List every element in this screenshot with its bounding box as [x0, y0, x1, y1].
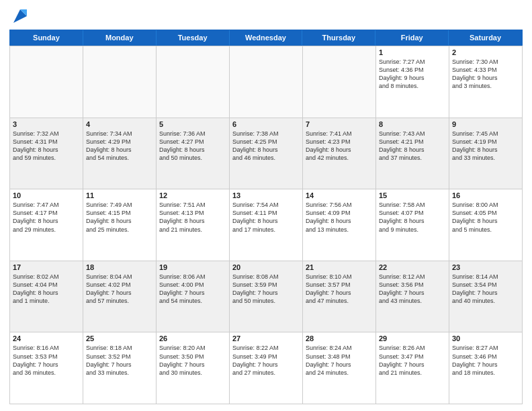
day-info: Sunrise: 8:27 AMSunset: 3:46 PMDaylight:… — [452, 344, 519, 377]
day-number: 16 — [452, 191, 519, 199]
day-number: 29 — [379, 334, 446, 342]
day-number: 21 — [306, 263, 373, 271]
day-info: Sunrise: 7:51 AMSunset: 4:13 PMDaylight:… — [159, 201, 226, 234]
day-info: Sunrise: 8:06 AMSunset: 4:00 PMDaylight:… — [159, 273, 226, 306]
day-info: Sunrise: 7:43 AMSunset: 4:21 PMDaylight:… — [379, 130, 446, 163]
day-number: 14 — [306, 191, 373, 199]
day-number: 10 — [13, 191, 80, 199]
day-cell-10: 10Sunrise: 7:47 AMSunset: 4:17 PMDayligh… — [10, 189, 83, 261]
day-number: 17 — [13, 263, 80, 271]
day-cell-11: 11Sunrise: 7:49 AMSunset: 4:15 PMDayligh… — [83, 189, 157, 261]
day-cell-5: 5Sunrise: 7:36 AMSunset: 4:27 PMDaylight… — [157, 118, 230, 189]
day-number: 5 — [159, 120, 226, 128]
day-number: 12 — [159, 191, 226, 199]
page: SundayMondayTuesdayWednesdayThursdayFrid… — [0, 0, 532, 411]
day-cell-22: 22Sunrise: 8:12 AMSunset: 3:56 PMDayligh… — [376, 261, 449, 332]
day-info: Sunrise: 7:58 AMSunset: 4:07 PMDaylight:… — [379, 201, 446, 234]
day-info: Sunrise: 8:10 AMSunset: 3:57 PMDaylight:… — [306, 273, 373, 306]
day-cell-24: 24Sunrise: 8:16 AMSunset: 3:53 PMDayligh… — [10, 332, 83, 404]
day-info: Sunrise: 8:14 AMSunset: 3:54 PMDaylight:… — [452, 273, 519, 306]
empty-cell — [303, 46, 376, 118]
day-info: Sunrise: 8:00 AMSunset: 4:05 PMDaylight:… — [452, 201, 519, 234]
day-cell-7: 7Sunrise: 7:41 AMSunset: 4:23 PMDaylight… — [303, 118, 376, 189]
day-cell-17: 17Sunrise: 8:02 AMSunset: 4:04 PMDayligh… — [10, 261, 83, 332]
day-number: 2 — [452, 48, 519, 56]
day-number: 18 — [86, 263, 153, 271]
day-info: Sunrise: 7:30 AMSunset: 4:33 PMDaylight:… — [452, 58, 519, 91]
day-cell-3: 3Sunrise: 7:32 AMSunset: 4:31 PMDaylight… — [10, 118, 83, 189]
day-info: Sunrise: 8:20 AMSunset: 3:50 PMDaylight:… — [159, 344, 226, 377]
day-number: 15 — [379, 191, 446, 199]
day-cell-23: 23Sunrise: 8:14 AMSunset: 3:54 PMDayligh… — [449, 261, 523, 332]
day-number: 7 — [306, 120, 373, 128]
day-info: Sunrise: 8:26 AMSunset: 3:47 PMDaylight:… — [379, 344, 446, 377]
day-number: 23 — [452, 263, 519, 271]
day-info: Sunrise: 7:56 AMSunset: 4:09 PMDaylight:… — [306, 201, 373, 234]
calendar-header: SundayMondayTuesdayWednesdayThursdayFrid… — [9, 30, 523, 46]
empty-cell — [83, 46, 157, 118]
day-number: 30 — [452, 334, 519, 342]
calendar: SundayMondayTuesdayWednesdayThursdayFrid… — [9, 30, 523, 404]
day-number: 4 — [86, 120, 153, 128]
day-number: 6 — [232, 120, 300, 128]
header-day-tuesday: Tuesday — [157, 30, 230, 45]
day-cell-16: 16Sunrise: 8:00 AMSunset: 4:05 PMDayligh… — [449, 189, 523, 261]
day-info: Sunrise: 7:47 AMSunset: 4:17 PMDaylight:… — [13, 201, 80, 234]
day-number: 3 — [13, 120, 80, 128]
day-cell-12: 12Sunrise: 7:51 AMSunset: 4:13 PMDayligh… — [157, 189, 230, 261]
day-info: Sunrise: 7:54 AMSunset: 4:11 PMDaylight:… — [232, 201, 300, 234]
day-cell-26: 26Sunrise: 8:20 AMSunset: 3:50 PMDayligh… — [157, 332, 230, 404]
day-cell-13: 13Sunrise: 7:54 AMSunset: 4:11 PMDayligh… — [230, 189, 303, 261]
day-number: 28 — [306, 334, 373, 342]
day-cell-29: 29Sunrise: 8:26 AMSunset: 3:47 PMDayligh… — [376, 332, 449, 404]
day-info: Sunrise: 8:04 AMSunset: 4:02 PMDaylight:… — [86, 273, 153, 306]
day-info: Sunrise: 7:38 AMSunset: 4:25 PMDaylight:… — [232, 130, 300, 163]
day-info: Sunrise: 7:34 AMSunset: 4:29 PMDaylight:… — [86, 130, 153, 163]
day-info: Sunrise: 8:24 AMSunset: 3:48 PMDaylight:… — [306, 344, 373, 377]
day-info: Sunrise: 8:08 AMSunset: 3:59 PMDaylight:… — [232, 273, 300, 306]
day-cell-9: 9Sunrise: 7:45 AMSunset: 4:19 PMDaylight… — [449, 118, 523, 189]
day-number: 24 — [13, 334, 80, 342]
empty-cell — [230, 46, 303, 118]
logo-icon — [11, 7, 30, 26]
empty-cell — [157, 46, 230, 118]
day-info: Sunrise: 8:16 AMSunset: 3:53 PMDaylight:… — [13, 344, 80, 377]
day-number: 25 — [86, 334, 153, 342]
day-number: 27 — [232, 334, 300, 342]
day-cell-30: 30Sunrise: 8:27 AMSunset: 3:46 PMDayligh… — [449, 332, 523, 404]
day-cell-1: 1Sunrise: 7:27 AMSunset: 4:36 PMDaylight… — [376, 46, 449, 118]
header-day-sunday: Sunday — [10, 30, 83, 45]
day-cell-21: 21Sunrise: 8:10 AMSunset: 3:57 PMDayligh… — [303, 261, 376, 332]
day-number: 22 — [379, 263, 446, 271]
day-number: 1 — [379, 48, 446, 56]
day-cell-18: 18Sunrise: 8:04 AMSunset: 4:02 PMDayligh… — [83, 261, 157, 332]
day-cell-8: 8Sunrise: 7:43 AMSunset: 4:21 PMDaylight… — [376, 118, 449, 189]
day-info: Sunrise: 7:41 AMSunset: 4:23 PMDaylight:… — [306, 130, 373, 163]
day-info: Sunrise: 7:27 AMSunset: 4:36 PMDaylight:… — [379, 58, 446, 91]
day-number: 20 — [232, 263, 300, 271]
header-day-thursday: Thursday — [302, 30, 375, 45]
day-cell-4: 4Sunrise: 7:34 AMSunset: 4:29 PMDaylight… — [83, 118, 157, 189]
day-info: Sunrise: 7:36 AMSunset: 4:27 PMDaylight:… — [159, 130, 226, 163]
day-cell-2: 2Sunrise: 7:30 AMSunset: 4:33 PMDaylight… — [449, 46, 523, 118]
day-cell-15: 15Sunrise: 7:58 AMSunset: 4:07 PMDayligh… — [376, 189, 449, 261]
day-cell-14: 14Sunrise: 7:56 AMSunset: 4:09 PMDayligh… — [303, 189, 376, 261]
day-info: Sunrise: 8:22 AMSunset: 3:49 PMDaylight:… — [232, 344, 300, 377]
empty-cell — [10, 46, 83, 118]
day-info: Sunrise: 7:45 AMSunset: 4:19 PMDaylight:… — [452, 130, 519, 163]
header-day-monday: Monday — [83, 30, 157, 45]
day-info: Sunrise: 7:49 AMSunset: 4:15 PMDaylight:… — [86, 201, 153, 234]
day-info: Sunrise: 7:32 AMSunset: 4:31 PMDaylight:… — [13, 130, 80, 163]
day-info: Sunrise: 8:18 AMSunset: 3:52 PMDaylight:… — [86, 344, 153, 377]
day-cell-25: 25Sunrise: 8:18 AMSunset: 3:52 PMDayligh… — [83, 332, 157, 404]
header-day-wednesday: Wednesday — [230, 30, 303, 45]
day-info: Sunrise: 8:12 AMSunset: 3:56 PMDaylight:… — [379, 273, 446, 306]
day-number: 19 — [159, 263, 226, 271]
header-day-saturday: Saturday — [449, 30, 522, 45]
day-info: Sunrise: 8:02 AMSunset: 4:04 PMDaylight:… — [13, 273, 80, 306]
day-cell-28: 28Sunrise: 8:24 AMSunset: 3:48 PMDayligh… — [303, 332, 376, 404]
day-cell-6: 6Sunrise: 7:38 AMSunset: 4:25 PMDaylight… — [230, 118, 303, 189]
day-cell-27: 27Sunrise: 8:22 AMSunset: 3:49 PMDayligh… — [230, 332, 303, 404]
calendar-body: 1Sunrise: 7:27 AMSunset: 4:36 PMDaylight… — [9, 46, 523, 404]
day-cell-20: 20Sunrise: 8:08 AMSunset: 3:59 PMDayligh… — [230, 261, 303, 332]
